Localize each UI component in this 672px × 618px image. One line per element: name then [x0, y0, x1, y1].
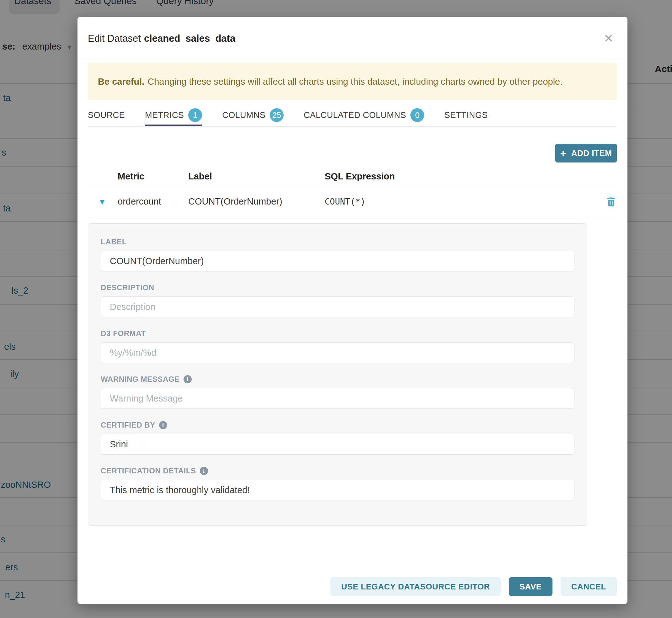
field-certification-details-title-text: CERTIFICATION DETAILS: [101, 467, 196, 475]
d3-format-input[interactable]: [101, 342, 574, 363]
modal-title-dataset-name: cleaned_sales_data: [144, 33, 235, 44]
field-d3-format-title: D3 FORMAT: [101, 329, 574, 338]
tab-source[interactable]: SOURCE: [88, 104, 125, 126]
info-icon[interactable]: i: [184, 375, 192, 383]
collapse-caret-icon[interactable]: ▾: [88, 197, 118, 206]
tab-calculated-columns-label: CALCULATED COLUMNS: [304, 110, 406, 120]
metric-detail-panel: LABEL DESCRIPTION D3 FORMAT WARNING MESS…: [88, 223, 587, 526]
warning-banner-bold: Be careful.: [98, 77, 144, 87]
save-button[interactable]: SAVE: [509, 577, 553, 596]
tab-columns-label: COLUMNS: [222, 110, 265, 120]
info-icon[interactable]: i: [200, 467, 208, 475]
tab-columns[interactable]: COLUMNS 25: [222, 104, 284, 126]
column-header-sql-expression: SQL Expression: [325, 171, 599, 182]
field-certified-by: CERTIFIED BY i: [101, 421, 574, 454]
screen: Datasets Saved Queries Query History se:…: [0, 0, 672, 618]
add-item-button[interactable]: + ADD ITEM: [555, 144, 617, 163]
cancel-button[interactable]: CANCEL: [561, 577, 617, 596]
field-label-title-text: LABEL: [101, 237, 127, 246]
close-icon[interactable]: ✕: [604, 33, 613, 44]
tab-metrics[interactable]: METRICS 1: [145, 104, 202, 126]
delete-metric-button[interactable]: [599, 196, 617, 207]
field-description: DESCRIPTION: [101, 283, 574, 317]
modal-footer: USE LEGACY DATASOURCE EDITOR SAVE CANCEL: [88, 577, 617, 596]
field-certification-details: CERTIFICATION DETAILS i: [101, 467, 574, 500]
tab-calculated-columns[interactable]: CALCULATED COLUMNS 0: [304, 104, 424, 126]
tab-calculated-columns-badge: 0: [410, 108, 424, 122]
tabs-row: SOURCE METRICS 1 COLUMNS 25 CALCULATED C…: [88, 104, 617, 127]
field-certified-by-title: CERTIFIED BY i: [101, 421, 574, 429]
field-warning-message-title: WARNING MESSAGE i: [101, 375, 574, 384]
field-label: LABEL: [101, 237, 574, 271]
field-warning-message: WARNING MESSAGE i: [101, 375, 574, 409]
field-d3-format-title-text: D3 FORMAT: [101, 329, 146, 338]
column-header-label: Label: [188, 171, 325, 182]
info-icon[interactable]: i: [159, 421, 167, 429]
metrics-table: Metric Label SQL Expression ▾ ordercount…: [88, 168, 617, 218]
field-description-title-text: DESCRIPTION: [101, 283, 154, 292]
modal-title-prefix: Edit Dataset: [88, 33, 141, 44]
use-legacy-datasource-editor-button[interactable]: USE LEGACY DATASOURCE EDITOR: [330, 577, 500, 596]
modal-title: Edit Datasetcleaned_sales_data: [88, 33, 235, 44]
trash-icon: [605, 196, 617, 207]
tab-settings-label: SETTINGS: [444, 110, 488, 120]
warning-message-input[interactable]: [101, 388, 574, 409]
tab-metrics-badge: 1: [188, 108, 202, 122]
field-d3-format: D3 FORMAT: [101, 329, 574, 363]
field-warning-message-title-text: WARNING MESSAGE: [101, 375, 180, 384]
modal-header: Edit Datasetcleaned_sales_data ✕: [78, 17, 628, 60]
field-label-title: LABEL: [101, 237, 574, 246]
edit-dataset-modal: Edit Datasetcleaned_sales_data ✕ Be care…: [78, 17, 628, 604]
certification-details-input[interactable]: [101, 480, 574, 500]
field-description-title: DESCRIPTION: [101, 283, 574, 292]
metric-row: ▾ ordercount COUNT(OrderNumber) COUNT(*): [88, 185, 617, 218]
warning-banner-text: Changing these settings will affect all …: [148, 77, 563, 87]
metric-name: ordercount: [118, 196, 188, 207]
tab-metrics-label: METRICS: [145, 110, 184, 120]
metric-label: COUNT(OrderNumber): [188, 196, 325, 207]
tab-columns-badge: 25: [270, 108, 284, 122]
column-header-metric: Metric: [118, 171, 188, 182]
metrics-table-header: Metric Label SQL Expression: [88, 168, 617, 185]
add-item-label: ADD ITEM: [571, 148, 612, 158]
field-certification-details-title: CERTIFICATION DETAILS i: [101, 467, 574, 475]
tab-settings[interactable]: SETTINGS: [444, 104, 488, 126]
tab-source-label: SOURCE: [88, 110, 125, 120]
metric-sql-expression: COUNT(*): [325, 197, 599, 206]
label-input[interactable]: [101, 251, 574, 271]
warning-banner: Be careful. Changing these settings will…: [88, 63, 617, 100]
field-certified-by-title-text: CERTIFIED BY: [101, 421, 155, 429]
plus-icon: +: [560, 148, 566, 158]
certified-by-input[interactable]: [101, 434, 574, 454]
description-input[interactable]: [101, 296, 574, 317]
